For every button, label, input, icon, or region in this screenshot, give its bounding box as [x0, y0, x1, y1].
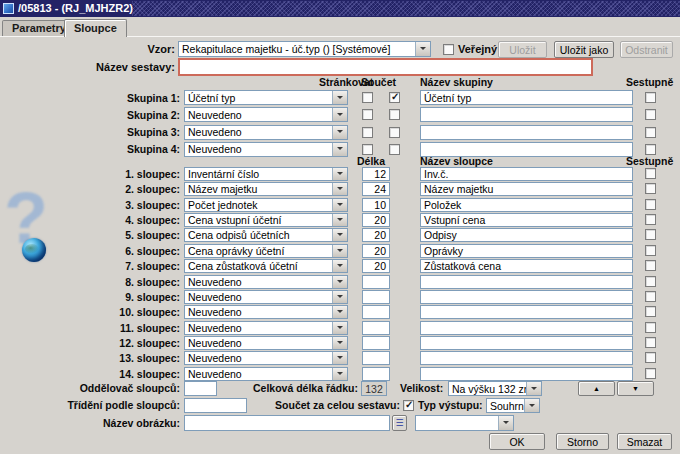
sestupne-checkbox[interactable]	[645, 144, 656, 155]
delka-input[interactable]: 20	[362, 228, 390, 242]
delka-input[interactable]: 10	[362, 198, 390, 212]
column-field-combo[interactable]: Počet jednotek	[184, 198, 348, 212]
column-field-combo[interactable]: Cena odpisů účetních	[184, 228, 348, 242]
column-field-combo[interactable]: Cena vstupní účetní	[184, 213, 348, 227]
sestupne-checkbox[interactable]	[645, 92, 656, 103]
soucet-sestava-checkbox[interactable]	[403, 400, 414, 411]
sestupne-checkbox[interactable]	[645, 109, 656, 120]
chevron-down-icon[interactable]	[332, 183, 347, 195]
chevron-down-icon[interactable]	[498, 416, 513, 430]
sestupne-checkbox[interactable]	[645, 276, 656, 287]
column-name-input[interactable]	[420, 275, 633, 289]
chevron-down-icon[interactable]	[332, 352, 347, 364]
ulozit-jako-button[interactable]: Uložit jako	[554, 41, 614, 58]
sestupne-checkbox[interactable]	[645, 199, 656, 210]
strankovat-checkbox[interactable]	[362, 144, 373, 155]
soucet-checkbox[interactable]	[389, 92, 400, 103]
group-field-combo[interactable]: Neuvedeno	[184, 125, 348, 140]
group-name-input[interactable]	[420, 107, 633, 122]
chevron-down-icon[interactable]	[332, 108, 347, 121]
chevron-down-icon[interactable]	[332, 229, 347, 241]
chevron-down-icon[interactable]	[526, 382, 541, 395]
chevron-down-icon[interactable]	[332, 260, 347, 272]
column-field-combo[interactable]: Neuvedeno	[184, 321, 348, 335]
chevron-down-icon[interactable]	[332, 245, 347, 257]
column-field-combo[interactable]: Inventární číslo	[184, 167, 348, 181]
delka-input[interactable]: 24	[362, 182, 390, 196]
odstranit-button[interactable]: Odstranit	[620, 41, 673, 58]
column-field-combo[interactable]: Neuvedeno	[184, 336, 348, 350]
column-name-input[interactable]	[420, 351, 633, 365]
column-name-input[interactable]: Oprávky	[420, 244, 633, 258]
nazev-sestavy-input[interactable]	[178, 58, 593, 76]
obrazek-picker-button[interactable]: ☰	[392, 415, 407, 431]
delka-input[interactable]: 12	[362, 167, 390, 181]
sestupne-checkbox[interactable]	[645, 291, 656, 302]
chevron-down-icon[interactable]	[332, 337, 347, 349]
strankovat-checkbox[interactable]	[362, 92, 373, 103]
soucet-checkbox[interactable]	[389, 127, 400, 138]
sestupne-checkbox[interactable]	[645, 368, 656, 379]
column-field-combo[interactable]: Název majetku	[184, 182, 348, 196]
chevron-down-icon[interactable]	[332, 306, 347, 318]
nazev-obrazku-input[interactable]	[184, 415, 390, 431]
sestupne-checkbox[interactable]	[645, 168, 656, 179]
chevron-down-icon[interactable]	[524, 399, 539, 412]
column-name-input[interactable]	[420, 321, 633, 335]
group-field-combo[interactable]: Neuvedeno	[184, 107, 348, 122]
ulozit-button[interactable]: Uložit	[498, 41, 547, 58]
typ-vystupu-combo[interactable]: Souhrn	[486, 398, 540, 413]
column-field-combo[interactable]: Cena zůstatková účetní	[184, 259, 348, 273]
chevron-down-icon[interactable]	[332, 168, 347, 180]
chevron-down-icon[interactable]	[332, 322, 347, 334]
group-name-input[interactable]: Účetní typ	[420, 90, 633, 105]
column-name-input[interactable]	[420, 290, 633, 304]
delka-input[interactable]	[362, 290, 390, 304]
delka-input[interactable]	[362, 367, 390, 381]
column-field-combo[interactable]: Cena oprávky účetní	[184, 244, 348, 258]
soucet-checkbox[interactable]	[389, 144, 400, 155]
obrazek-extra-combo[interactable]	[415, 415, 514, 431]
soucet-checkbox[interactable]	[389, 109, 400, 120]
sestupne-checkbox[interactable]	[645, 229, 656, 240]
velikost-combo[interactable]: Na výšku 132 zn.	[448, 381, 542, 396]
column-field-combo[interactable]: Neuvedeno	[184, 275, 348, 289]
delka-input[interactable]: 20	[362, 244, 390, 258]
delka-input[interactable]	[362, 305, 390, 319]
column-field-combo[interactable]: Neuvedeno	[184, 367, 348, 381]
delka-input[interactable]	[362, 351, 390, 365]
sestupne-checkbox[interactable]	[645, 322, 656, 333]
sestupne-checkbox[interactable]	[645, 214, 656, 225]
strankovat-checkbox[interactable]	[362, 127, 373, 138]
chevron-down-icon[interactable]	[332, 276, 347, 288]
delka-input[interactable]	[362, 275, 390, 289]
delka-input[interactable]	[362, 336, 390, 350]
move-up-button[interactable]: ▲	[578, 381, 615, 396]
delka-input[interactable]	[362, 321, 390, 335]
group-field-combo[interactable]: Neuvedeno	[184, 142, 348, 157]
storno-button[interactable]: Storno	[556, 433, 609, 450]
chevron-down-icon[interactable]	[332, 143, 347, 156]
group-name-input[interactable]	[420, 125, 633, 140]
sestupne-checkbox[interactable]	[645, 127, 656, 138]
chevron-down-icon[interactable]	[332, 214, 347, 226]
sestupne-checkbox[interactable]	[645, 183, 656, 194]
column-name-input[interactable]	[420, 367, 633, 381]
sestupne-checkbox[interactable]	[645, 352, 656, 363]
column-name-input[interactable]: Vstupní cena	[420, 213, 633, 227]
tab-sloupce[interactable]: Sloupce	[64, 19, 127, 37]
move-down-button[interactable]: ▼	[617, 381, 654, 396]
chevron-down-icon[interactable]	[332, 91, 347, 104]
column-name-input[interactable]: Zůstatková cena	[420, 259, 633, 273]
delka-input[interactable]: 20	[362, 213, 390, 227]
sestupne-checkbox[interactable]	[645, 245, 656, 256]
vzor-combo[interactable]: Rekapitulace majetku - úč.typ () [Systém…	[178, 41, 431, 57]
column-name-input[interactable]: Odpisy	[420, 228, 633, 242]
chevron-down-icon[interactable]	[332, 126, 347, 139]
column-field-combo[interactable]: Neuvedeno	[184, 305, 348, 319]
ok-button[interactable]: OK	[489, 433, 545, 450]
chevron-down-icon[interactable]	[415, 42, 430, 56]
chevron-down-icon[interactable]	[332, 291, 347, 303]
column-name-input[interactable]: Položek	[420, 198, 633, 212]
column-name-input[interactable]	[420, 305, 633, 319]
